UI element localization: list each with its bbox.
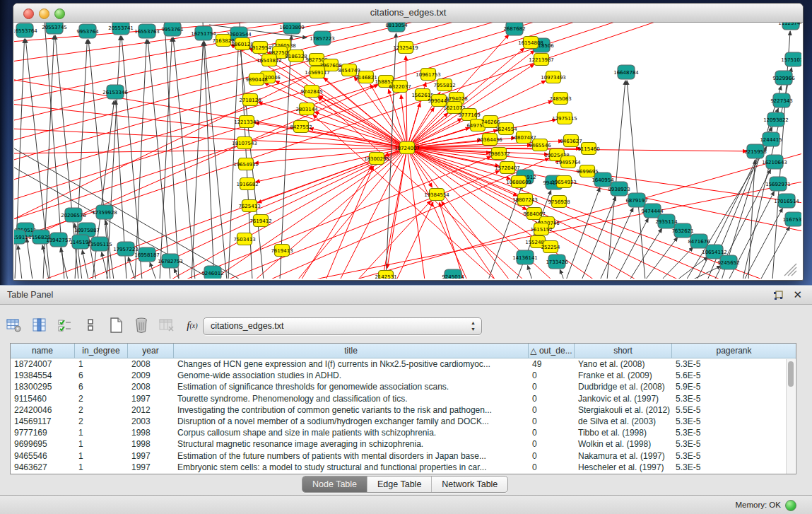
graph-node-teal[interactable]: 9329966 [772, 71, 795, 85]
tab-edge-table[interactable]: Edge Table [367, 477, 432, 492]
table-row[interactable]: 946362711997Embryonic stem cells: a mode… [11, 462, 796, 473]
table-row[interactable]: 2242004622012Investigating the contribut… [11, 404, 796, 416]
graph-node-teal[interactable]: 9953764 [76, 24, 99, 38]
graph-node-teal[interactable]: 12093822 [763, 112, 789, 127]
graph-node-teal[interactable]: 11125744 [778, 23, 801, 30]
graph-node-yellow[interactable]: 8912954 [249, 42, 271, 54]
graph-node-teal[interactable]: 17359928 [92, 205, 117, 219]
tab-node-table[interactable]: Node Table [302, 477, 367, 492]
node-label: 1640954 [592, 177, 614, 183]
float-panel-icon[interactable] [772, 290, 784, 301]
table-options-icon[interactable] [6, 317, 23, 334]
window-titlebar[interactable]: citations_edges.txt [13, 4, 803, 23]
graph-node-teal[interactable]: 16553764 [14, 23, 37, 37]
table-cell: 18300295 [11, 381, 75, 392]
graph-node-teal[interactable]: 9245014 [442, 269, 464, 279]
graph-node-yellow[interactable]: 12975115 [552, 112, 577, 124]
graph-node-yellow[interactable]: 7986372 [488, 148, 510, 160]
graph-node-teal[interactable]: 17857223 [310, 31, 335, 45]
graph-node-yellow[interactable]: 12325419 [393, 42, 418, 54]
graph-node-yellow[interactable]: 2718126 [239, 94, 261, 106]
tab-network-table[interactable]: Network Table [432, 477, 507, 492]
graph-node-teal[interactable]: 7632621 [671, 223, 693, 238]
delete-table-icon[interactable] [158, 317, 175, 334]
network-window[interactable]: citations_edges.txt 16553764205537459953… [13, 3, 804, 281]
node-label: 17957223 [113, 247, 139, 252]
table-row[interactable]: 1830029562008Estimation of significance … [11, 381, 796, 392]
table-header-row: namein_degreeyeartitle△ out_de...shortpa… [11, 344, 796, 358]
graph-node-yellow[interactable]: 9756928 [548, 196, 570, 208]
table-row[interactable]: 911546021997Tourette syndrome. Phenomeno… [11, 393, 796, 404]
status-bar: Memory: OK [0, 495, 812, 514]
column-header-title[interactable]: title [174, 344, 529, 358]
graph-node-teal[interactable]: 8938923 [608, 182, 630, 196]
graph-node-teal[interactable]: 1167531 [782, 212, 801, 226]
column-header-pagerank[interactable]: pagerank [672, 344, 796, 358]
table-row[interactable]: 969969511998Structural magnetic resonanc… [11, 438, 796, 450]
graph-node-teal[interactable]: 9246012 [201, 266, 223, 279]
graph-node-yellow[interactable]: 3624554 [495, 123, 517, 135]
graph-node-teal[interactable]: 16210643 [762, 155, 787, 169]
graph-node-teal[interactable]: 16033809 [279, 23, 305, 34]
graph-node-yellow[interactable]: 19654931 [233, 158, 259, 170]
graph-node-teal[interactable]: 1733426 [546, 255, 568, 269]
graph-node-teal[interactable]: 2687682 [503, 23, 525, 35]
graph-node-yellow[interactable]: 9463627 [560, 135, 582, 147]
graph-node-yellow[interactable]: 2142531 [375, 271, 396, 279]
table-scrollbar[interactable] [786, 359, 795, 474]
table-row[interactable]: 946554611997Estimation of the future num… [11, 450, 796, 462]
column-header-in-degree[interactable]: in_degree [75, 344, 128, 358]
graph-node-teal[interactable]: 20553741 [108, 23, 134, 35]
column-header-year[interactable]: year [128, 344, 174, 358]
table-row[interactable]: 1938455462009Genome-wide association stu… [11, 370, 796, 381]
graph-node-yellow[interactable]: 1916682 [236, 178, 258, 190]
close-panel-icon[interactable]: ✕ [793, 288, 802, 301]
column-header-out-de-[interactable]: △ out_de... [529, 344, 575, 358]
graph-node-teal[interactable]: 9953761 [161, 23, 183, 36]
node-label: 14569117 [305, 70, 330, 76]
graph-node-yellow[interactable]: 9115460 [577, 143, 599, 155]
graph-node-yellow[interactable]: 7625413 [238, 200, 260, 212]
graph-node-teal[interactable]: 16553763 [134, 24, 160, 38]
graph-node-yellow[interactable]: 252254 [541, 241, 560, 253]
new-column-icon[interactable] [107, 317, 124, 334]
selection-mode-icon[interactable] [57, 317, 73, 334]
graph-node-yellow[interactable]: 7485063 [549, 93, 571, 105]
graph-node-teal[interactable]: 15751074 [781, 52, 801, 66]
network-canvas[interactable]: 1655376420553745995376420553741165537639… [14, 23, 801, 279]
table-scrollbar-thumb[interactable] [788, 361, 794, 387]
column-header-short[interactable]: short [575, 344, 672, 358]
table-row[interactable]: 1872400712008Changes of HCN gene express… [11, 358, 796, 370]
network-canvas-wrap[interactable]: 1655376420553745995376420553741165537639… [14, 23, 801, 279]
citation-edge-black [566, 187, 600, 279]
column-visibility-icon[interactable] [31, 317, 48, 334]
delete-column-icon[interactable] [133, 317, 150, 334]
resize-grip-icon[interactable] [784, 264, 796, 276]
graph-node-yellow[interactable]: 10961753 [416, 69, 441, 81]
graph-node-yellow[interactable]: 19384554 [424, 189, 449, 201]
graph-node-yellow[interactable]: 12213343 [234, 116, 259, 128]
citation-edge-red [389, 89, 407, 148]
graph-node-teal[interactable]: 9245652 [717, 255, 739, 269]
graph-node-teal[interactable]: 16648784 [613, 65, 639, 79]
graph-node-yellow[interactable]: 15720407 [495, 162, 520, 174]
table-select-dropdown[interactable]: citations_edges.txt ▲▼ [203, 317, 482, 335]
table-row[interactable]: 977716911998Corpus callosum shape and si… [11, 427, 796, 438]
merge-tables-icon[interactable] [82, 317, 99, 334]
column-header-name[interactable]: name [11, 344, 75, 358]
graph-node-teal[interactable]: 9227343 [770, 93, 792, 107]
graph-node-teal[interactable]: 20206576 [61, 208, 86, 222]
graph-node-teal[interactable]: 8813054 [385, 23, 408, 32]
graph-node-teal[interactable]: 1244415 [760, 132, 782, 146]
memory-status-indicator[interactable] [785, 500, 796, 511]
graph-node-teal[interactable]: 26153346 [102, 85, 128, 99]
function-builder-icon[interactable]: f(x) [184, 317, 201, 334]
node-label: 16251754 [191, 31, 216, 37]
node-label: 12093822 [763, 117, 789, 123]
table-cell: 2 [75, 416, 128, 427]
table-row[interactable]: 1456911722003Disruption of a novel membe… [11, 416, 796, 427]
graph-node-teal[interactable]: 2215958 [744, 144, 766, 158]
table-cell: Dudbridge et al. (2008) [575, 381, 672, 392]
graph-node-teal[interactable]: 14136141 [512, 250, 538, 264]
graph-node-yellow[interactable]: 2803144 [295, 103, 318, 115]
